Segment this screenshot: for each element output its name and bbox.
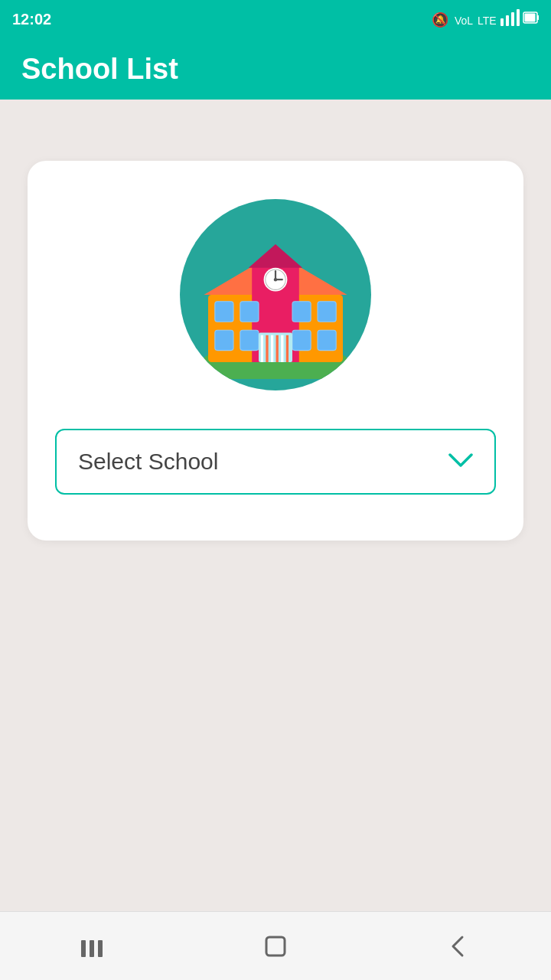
page-title: School List	[21, 53, 178, 86]
svg-rect-35	[81, 940, 86, 957]
nav-recent-button[interactable]	[61, 923, 122, 969]
status-network: 🔕 VoL LTE	[432, 8, 539, 31]
svg-rect-38	[266, 937, 285, 956]
status-time: 12:02	[12, 11, 51, 28]
nav-bar	[0, 911, 551, 980]
svg-rect-23	[318, 302, 336, 322]
svg-rect-8	[537, 15, 539, 20]
nav-home-button[interactable]	[245, 923, 306, 969]
svg-rect-5	[511, 12, 514, 26]
svg-point-19	[274, 278, 277, 281]
svg-rect-26	[292, 330, 311, 350]
svg-rect-24	[215, 330, 233, 350]
chevron-down-icon	[448, 451, 473, 472]
main-content: Select School	[0, 100, 551, 911]
school-illustration	[180, 199, 371, 390]
status-bar: 12:02 🔕 VoL LTE	[0, 0, 551, 38]
nav-back-button[interactable]	[429, 923, 490, 969]
svg-rect-20	[215, 302, 233, 322]
svg-rect-27	[318, 330, 336, 350]
svg-rect-21	[240, 302, 259, 322]
svg-rect-6	[517, 9, 520, 26]
svg-rect-9	[525, 13, 536, 21]
top-bar: School List	[0, 38, 551, 100]
svg-text:LTE: LTE	[478, 15, 497, 27]
status-icons: 🔕 VoL LTE	[432, 8, 539, 31]
back-icon	[444, 931, 474, 962]
svg-text:🔕: 🔕	[432, 11, 449, 28]
svg-rect-3	[500, 18, 504, 26]
select-school-label: Select School	[78, 449, 218, 475]
svg-rect-4	[506, 15, 509, 26]
home-icon	[260, 931, 291, 962]
svg-rect-36	[90, 940, 94, 957]
card: Select School	[28, 161, 523, 541]
svg-rect-25	[240, 330, 259, 350]
svg-rect-22	[292, 302, 311, 322]
recent-apps-icon	[77, 931, 107, 962]
svg-rect-37	[98, 940, 103, 957]
select-school-dropdown[interactable]: Select School	[55, 429, 496, 495]
svg-text:VoL: VoL	[455, 15, 473, 27]
svg-marker-14	[249, 244, 302, 268]
